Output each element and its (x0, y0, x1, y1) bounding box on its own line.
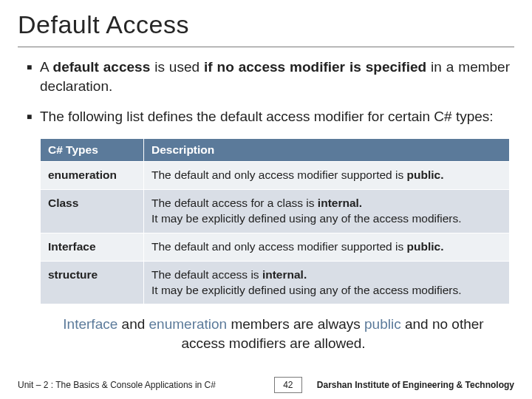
bullet-text: A default access is used if no access mo… (40, 58, 510, 95)
bullet-item: ■ The following list defines the default… (27, 107, 510, 126)
bullet-list: ■ A default access is used if no access … (18, 58, 514, 126)
slide: Default Access ■ A default access is use… (0, 0, 532, 399)
text-bold: default access (53, 59, 151, 75)
text-fragment: The default access is (151, 268, 262, 281)
text-fragment: It may be explicitly defined using any o… (151, 212, 462, 225)
slide-footer: Unit – 2 : The Basics & Console Applicat… (0, 377, 532, 393)
table-header-type: C# Types (41, 138, 144, 161)
table-row: Class The default access for a class is … (41, 189, 510, 233)
cell-type: enumeration (41, 161, 144, 189)
table-row: enumeration The default and only access … (41, 161, 510, 189)
cell-desc: The default and only access modifier sup… (144, 233, 510, 261)
text-bold: if no access modifier is specified (204, 59, 426, 75)
square-bullet-icon: ■ (27, 107, 40, 126)
text-fragment: The default and only access modifier sup… (151, 168, 407, 181)
text-keyword: public (364, 316, 401, 332)
footer-unit: Unit – 2 : The Basics & Console Applicat… (18, 380, 274, 390)
text-fragment: A (40, 59, 53, 75)
cell-desc: The default and only access modifier sup… (144, 161, 510, 189)
table-header-row: C# Types Description (41, 138, 510, 161)
cell-desc: The default access is internal. It may b… (144, 261, 510, 304)
text-keyword: Interface (63, 316, 117, 332)
page-number: 42 (274, 377, 302, 393)
text-fragment: members are always (227, 316, 364, 332)
table-row: Interface The default and only access mo… (41, 233, 510, 261)
bullet-item: ■ A default access is used if no access … (27, 58, 510, 95)
text-bold: public. (407, 240, 444, 253)
text-keyword: enumeration (149, 316, 228, 332)
cell-desc: The default access for a class is intern… (144, 189, 510, 233)
table-header-desc: Description (144, 138, 510, 161)
text-bold: internal. (318, 197, 362, 209)
cell-type: Class (41, 189, 144, 233)
text-fragment: is used (150, 59, 204, 75)
cell-type: Interface (41, 233, 144, 261)
text-fragment: The default and only access modifier sup… (151, 240, 407, 253)
cell-type: structure (41, 261, 144, 304)
footer-institute: Darshan Institute of Engineering & Techn… (317, 380, 514, 390)
text-fragment: It may be explicitly defined using any o… (151, 284, 462, 296)
text-bold: public. (407, 168, 444, 181)
note-callout: Interface and enumeration members are al… (62, 315, 485, 352)
bullet-text: The following list defines the default a… (40, 107, 510, 126)
page-title: Default Access (18, 10, 514, 47)
table-row: structure The default access is internal… (41, 261, 510, 304)
text-fragment: and (117, 316, 149, 332)
types-table: C# Types Description enumeration The def… (40, 138, 510, 305)
text-fragment: The default access for a class is (151, 197, 318, 209)
square-bullet-icon: ■ (27, 58, 40, 95)
text-bold: internal. (262, 268, 307, 281)
types-table-wrap: C# Types Description enumeration The def… (18, 138, 514, 305)
